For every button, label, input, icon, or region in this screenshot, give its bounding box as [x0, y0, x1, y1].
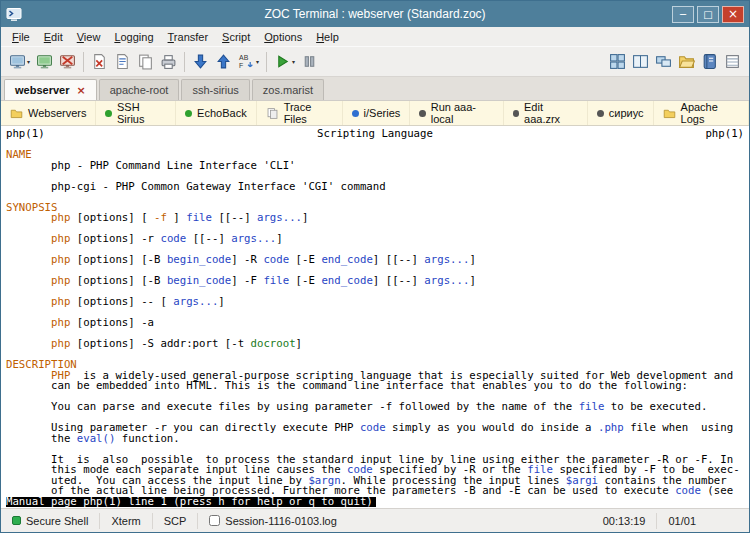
app-icon	[6, 6, 22, 22]
fullscreen-button[interactable]	[629, 49, 652, 75]
zoc-terminal-window: ZOC Terminal : webserver (Standard.zoc) …	[0, 0, 750, 533]
break-script-button[interactable]	[298, 49, 321, 75]
page-copy-icon	[137, 53, 154, 70]
remote-monitor-button[interactable]	[652, 49, 675, 75]
tab-webserver[interactable]: webserver×	[4, 79, 97, 100]
bookmark-label: Edit aaa.zrx	[524, 101, 578, 125]
maximize-button[interactable]: □	[697, 6, 719, 23]
session-log-checkbox[interactable]	[209, 515, 220, 526]
window-tiles-icon	[609, 53, 626, 70]
receive-file-button[interactable]	[189, 49, 212, 75]
bookmark-run-aaa-local[interactable]: Run aaa-local	[410, 101, 503, 125]
tab-bar: webserver×apache-rootssh-siriuszos.maris…	[1, 77, 749, 101]
terminal-line	[6, 192, 744, 203]
menu-bar: FileEditViewLoggingTransferScriptOptions…	[1, 27, 749, 46]
bookmark-label: Apache Logs	[681, 101, 739, 125]
terminal-line: php [options] [ -f ] file [[--] args...]	[6, 213, 744, 224]
page-capture-icon	[114, 53, 131, 70]
tab-label: zos.marist	[263, 84, 313, 96]
menu-script[interactable]: Script	[215, 29, 257, 45]
folder-yellow-icon	[10, 107, 23, 120]
address-book-button[interactable]	[698, 49, 721, 75]
tab-ssh-sirius[interactable]: ssh-sirius	[181, 79, 249, 100]
session-date: 01/01	[657, 513, 707, 529]
session-log-status: Session-1116-0103.log	[198, 513, 348, 529]
connect-button[interactable]: ▾	[6, 49, 33, 75]
bookmark-i-series[interactable]: i/Series	[343, 101, 411, 125]
tab-apache-root[interactable]: apache-root	[99, 79, 180, 100]
bookmark-label: Webservers	[28, 107, 86, 119]
bookmark-webservers[interactable]: Webservers	[1, 101, 96, 125]
menu-logging[interactable]: Logging	[107, 29, 160, 45]
capture-button[interactable]	[111, 49, 134, 75]
bookmark-trace-files[interactable]: Trace Files	[257, 101, 343, 125]
quick-connect-button[interactable]	[33, 49, 56, 75]
tab-zos-marist[interactable]: zos.marist	[252, 79, 324, 100]
run-script-button[interactable]: ▾	[271, 49, 298, 75]
terminal-line: php - PHP Command Line Interface 'CLI'	[6, 161, 744, 172]
monitor-online-icon	[36, 53, 53, 70]
toolbar-separator	[266, 52, 267, 72]
text-transfer-button[interactable]: ABF▾	[235, 49, 262, 75]
monitor-connect-icon	[9, 53, 26, 70]
session-profile-button[interactable]	[721, 49, 744, 75]
terminal-line: php [options] -- [ args...]	[6, 297, 744, 308]
status-bar: Secure Shell Xterm SCP Session-1116-0103…	[1, 508, 749, 532]
window-controls: ─ □ ×	[672, 6, 744, 23]
bookmark-edit-aaa-zrx[interactable]: Edit aaa.zrx	[504, 101, 588, 125]
menu-file[interactable]: File	[5, 29, 37, 45]
monitor-disconnect-icon	[59, 53, 76, 70]
menu-help[interactable]: Help	[309, 29, 346, 45]
protocol-status[interactable]: SCP	[153, 513, 199, 529]
terminal-line: php [options] -S addr:port [-t docroot]	[6, 339, 744, 350]
local-files-button[interactable]	[675, 49, 698, 75]
emulation-label: Xterm	[111, 515, 140, 527]
window-split-icon	[632, 53, 649, 70]
connection-status[interactable]: Secure Shell	[1, 513, 100, 529]
folder-open-icon	[678, 53, 695, 70]
menu-edit[interactable]: Edit	[37, 29, 70, 45]
clipboard-button[interactable]	[134, 49, 157, 75]
dual-monitors-icon	[655, 53, 672, 70]
menu-view[interactable]: View	[70, 29, 108, 45]
dot-dark-icon	[597, 110, 604, 117]
tab-label: ssh-sirius	[192, 84, 238, 96]
bookmark-label: Trace Files	[284, 101, 333, 125]
dot-blue-icon	[352, 110, 359, 117]
tab-close-icon[interactable]: ×	[76, 84, 85, 97]
folder-yellow-icon	[663, 107, 676, 120]
dropdown-arrow-icon: ▾	[27, 58, 30, 65]
toolbar-separator	[184, 52, 185, 72]
bookmark-ssh-sirius[interactable]: SSH Sirius	[96, 101, 176, 125]
pause-script-icon	[301, 53, 318, 70]
terminal-line: php [options] [-B begin_code] -R code [-…	[6, 255, 744, 266]
terminal-line: can be embedded into HTML. This is the c…	[6, 381, 744, 392]
emulation-status[interactable]: Xterm	[100, 513, 152, 529]
send-file-button[interactable]	[212, 49, 235, 75]
minimize-button[interactable]: ─	[672, 6, 694, 23]
bookmark-apache-logs[interactable]: Apache Logs	[654, 101, 749, 125]
title-bar[interactable]: ZOC Terminal : webserver (Standard.zoc) …	[1, 1, 749, 27]
terminal-line	[6, 350, 744, 361]
dot-dark-icon	[419, 110, 425, 117]
manpage-title-right: php(1)	[705, 129, 744, 140]
disconnect-button[interactable]	[56, 49, 79, 75]
play-script-icon	[274, 53, 291, 70]
close-session-button[interactable]	[88, 49, 111, 75]
terminal-screen[interactable]: php(1) Scripting Language php(1) NAME ph…	[1, 126, 749, 508]
toolbar-separator	[83, 52, 84, 72]
window-title: ZOC Terminal : webserver (Standard.zoc)	[1, 7, 749, 21]
pages-gray-icon	[266, 107, 279, 120]
bookmark-echoback[interactable]: EchoBack	[176, 101, 257, 125]
terminal-line: php [options] -a	[6, 318, 744, 329]
menu-transfer[interactable]: Transfer	[161, 29, 216, 45]
session-timer: 00:13:19	[592, 513, 658, 529]
print-button[interactable]	[157, 49, 180, 75]
tile-windows-button[interactable]	[606, 49, 629, 75]
notebook-icon	[724, 53, 741, 70]
bookmark-сириус[interactable]: сириус	[588, 101, 654, 125]
abc-transfer-icon: ABF	[238, 53, 255, 70]
menu-options[interactable]: Options	[257, 29, 309, 45]
close-button[interactable]: ×	[722, 6, 744, 23]
printer-icon	[160, 53, 177, 70]
